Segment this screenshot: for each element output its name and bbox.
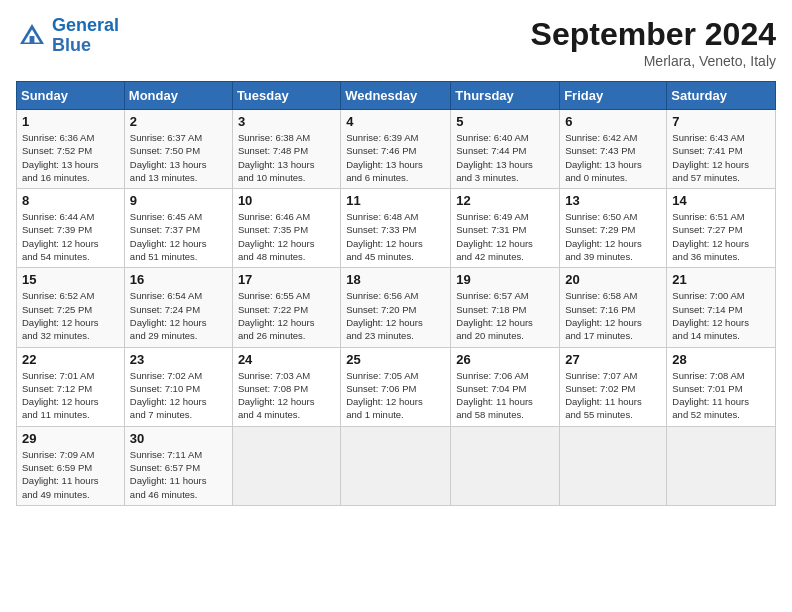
day-info: Sunrise: 6:36 AM Sunset: 7:52 PM Dayligh…	[22, 131, 119, 184]
day-info: Sunrise: 6:42 AM Sunset: 7:43 PM Dayligh…	[565, 131, 661, 184]
logo-text: General Blue	[52, 16, 119, 56]
day-info: Sunrise: 6:39 AM Sunset: 7:46 PM Dayligh…	[346, 131, 445, 184]
day-cell: 5Sunrise: 6:40 AM Sunset: 7:44 PM Daylig…	[451, 110, 560, 189]
day-info: Sunrise: 6:51 AM Sunset: 7:27 PM Dayligh…	[672, 210, 770, 263]
week-row-4: 22Sunrise: 7:01 AM Sunset: 7:12 PM Dayli…	[17, 347, 776, 426]
day-number: 24	[238, 352, 335, 367]
day-cell: 15Sunrise: 6:52 AM Sunset: 7:25 PM Dayli…	[17, 268, 125, 347]
day-cell	[451, 426, 560, 505]
day-cell: 9Sunrise: 6:45 AM Sunset: 7:37 PM Daylig…	[124, 189, 232, 268]
day-cell: 11Sunrise: 6:48 AM Sunset: 7:33 PM Dayli…	[341, 189, 451, 268]
day-info: Sunrise: 6:55 AM Sunset: 7:22 PM Dayligh…	[238, 289, 335, 342]
title-area: September 2024 Merlara, Veneto, Italy	[531, 16, 776, 69]
header-row: SundayMondayTuesdayWednesdayThursdayFrid…	[17, 82, 776, 110]
day-cell: 8Sunrise: 6:44 AM Sunset: 7:39 PM Daylig…	[17, 189, 125, 268]
day-number: 12	[456, 193, 554, 208]
day-info: Sunrise: 7:02 AM Sunset: 7:10 PM Dayligh…	[130, 369, 227, 422]
day-number: 5	[456, 114, 554, 129]
day-info: Sunrise: 6:40 AM Sunset: 7:44 PM Dayligh…	[456, 131, 554, 184]
day-info: Sunrise: 7:00 AM Sunset: 7:14 PM Dayligh…	[672, 289, 770, 342]
day-info: Sunrise: 7:07 AM Sunset: 7:02 PM Dayligh…	[565, 369, 661, 422]
col-header-sunday: Sunday	[17, 82, 125, 110]
day-cell: 25Sunrise: 7:05 AM Sunset: 7:06 PM Dayli…	[341, 347, 451, 426]
day-cell: 2Sunrise: 6:37 AM Sunset: 7:50 PM Daylig…	[124, 110, 232, 189]
day-info: Sunrise: 6:50 AM Sunset: 7:29 PM Dayligh…	[565, 210, 661, 263]
day-number: 10	[238, 193, 335, 208]
day-cell: 22Sunrise: 7:01 AM Sunset: 7:12 PM Dayli…	[17, 347, 125, 426]
day-cell: 7Sunrise: 6:43 AM Sunset: 7:41 PM Daylig…	[667, 110, 776, 189]
day-cell	[232, 426, 340, 505]
day-cell: 3Sunrise: 6:38 AM Sunset: 7:48 PM Daylig…	[232, 110, 340, 189]
day-number: 6	[565, 114, 661, 129]
day-info: Sunrise: 6:37 AM Sunset: 7:50 PM Dayligh…	[130, 131, 227, 184]
day-number: 20	[565, 272, 661, 287]
day-number: 23	[130, 352, 227, 367]
day-info: Sunrise: 6:58 AM Sunset: 7:16 PM Dayligh…	[565, 289, 661, 342]
day-number: 3	[238, 114, 335, 129]
day-number: 16	[130, 272, 227, 287]
day-number: 11	[346, 193, 445, 208]
day-info: Sunrise: 6:49 AM Sunset: 7:31 PM Dayligh…	[456, 210, 554, 263]
day-number: 19	[456, 272, 554, 287]
week-row-5: 29Sunrise: 7:09 AM Sunset: 6:59 PM Dayli…	[17, 426, 776, 505]
week-row-2: 8Sunrise: 6:44 AM Sunset: 7:39 PM Daylig…	[17, 189, 776, 268]
day-number: 13	[565, 193, 661, 208]
day-cell: 17Sunrise: 6:55 AM Sunset: 7:22 PM Dayli…	[232, 268, 340, 347]
day-info: Sunrise: 6:46 AM Sunset: 7:35 PM Dayligh…	[238, 210, 335, 263]
day-cell: 18Sunrise: 6:56 AM Sunset: 7:20 PM Dayli…	[341, 268, 451, 347]
day-number: 1	[22, 114, 119, 129]
logo: General Blue	[16, 16, 119, 56]
day-info: Sunrise: 6:44 AM Sunset: 7:39 PM Dayligh…	[22, 210, 119, 263]
day-cell: 19Sunrise: 6:57 AM Sunset: 7:18 PM Dayli…	[451, 268, 560, 347]
col-header-tuesday: Tuesday	[232, 82, 340, 110]
day-info: Sunrise: 6:54 AM Sunset: 7:24 PM Dayligh…	[130, 289, 227, 342]
day-cell: 4Sunrise: 6:39 AM Sunset: 7:46 PM Daylig…	[341, 110, 451, 189]
day-cell: 29Sunrise: 7:09 AM Sunset: 6:59 PM Dayli…	[17, 426, 125, 505]
day-info: Sunrise: 6:43 AM Sunset: 7:41 PM Dayligh…	[672, 131, 770, 184]
day-number: 21	[672, 272, 770, 287]
day-cell	[341, 426, 451, 505]
day-info: Sunrise: 7:01 AM Sunset: 7:12 PM Dayligh…	[22, 369, 119, 422]
day-cell	[560, 426, 667, 505]
day-info: Sunrise: 6:52 AM Sunset: 7:25 PM Dayligh…	[22, 289, 119, 342]
day-info: Sunrise: 6:48 AM Sunset: 7:33 PM Dayligh…	[346, 210, 445, 263]
day-number: 29	[22, 431, 119, 446]
day-info: Sunrise: 7:06 AM Sunset: 7:04 PM Dayligh…	[456, 369, 554, 422]
day-number: 4	[346, 114, 445, 129]
day-number: 7	[672, 114, 770, 129]
day-cell: 21Sunrise: 7:00 AM Sunset: 7:14 PM Dayli…	[667, 268, 776, 347]
svg-rect-2	[30, 36, 35, 44]
day-cell: 28Sunrise: 7:08 AM Sunset: 7:01 PM Dayli…	[667, 347, 776, 426]
col-header-saturday: Saturday	[667, 82, 776, 110]
day-number: 26	[456, 352, 554, 367]
day-cell: 12Sunrise: 6:49 AM Sunset: 7:31 PM Dayli…	[451, 189, 560, 268]
day-number: 9	[130, 193, 227, 208]
day-cell: 13Sunrise: 6:50 AM Sunset: 7:29 PM Dayli…	[560, 189, 667, 268]
logo-icon	[16, 20, 48, 52]
day-info: Sunrise: 7:05 AM Sunset: 7:06 PM Dayligh…	[346, 369, 445, 422]
day-number: 17	[238, 272, 335, 287]
day-number: 30	[130, 431, 227, 446]
week-row-3: 15Sunrise: 6:52 AM Sunset: 7:25 PM Dayli…	[17, 268, 776, 347]
col-header-monday: Monday	[124, 82, 232, 110]
header: General Blue September 2024 Merlara, Ven…	[16, 16, 776, 69]
day-info: Sunrise: 7:08 AM Sunset: 7:01 PM Dayligh…	[672, 369, 770, 422]
day-number: 8	[22, 193, 119, 208]
day-number: 22	[22, 352, 119, 367]
day-cell: 27Sunrise: 7:07 AM Sunset: 7:02 PM Dayli…	[560, 347, 667, 426]
week-row-1: 1Sunrise: 6:36 AM Sunset: 7:52 PM Daylig…	[17, 110, 776, 189]
day-cell: 10Sunrise: 6:46 AM Sunset: 7:35 PM Dayli…	[232, 189, 340, 268]
col-header-wednesday: Wednesday	[341, 82, 451, 110]
day-cell: 23Sunrise: 7:02 AM Sunset: 7:10 PM Dayli…	[124, 347, 232, 426]
day-info: Sunrise: 6:56 AM Sunset: 7:20 PM Dayligh…	[346, 289, 445, 342]
day-info: Sunrise: 6:45 AM Sunset: 7:37 PM Dayligh…	[130, 210, 227, 263]
day-number: 15	[22, 272, 119, 287]
day-cell	[667, 426, 776, 505]
day-number: 25	[346, 352, 445, 367]
day-cell: 20Sunrise: 6:58 AM Sunset: 7:16 PM Dayli…	[560, 268, 667, 347]
day-info: Sunrise: 6:57 AM Sunset: 7:18 PM Dayligh…	[456, 289, 554, 342]
day-cell: 26Sunrise: 7:06 AM Sunset: 7:04 PM Dayli…	[451, 347, 560, 426]
day-number: 28	[672, 352, 770, 367]
day-info: Sunrise: 7:03 AM Sunset: 7:08 PM Dayligh…	[238, 369, 335, 422]
calendar-table: SundayMondayTuesdayWednesdayThursdayFrid…	[16, 81, 776, 506]
